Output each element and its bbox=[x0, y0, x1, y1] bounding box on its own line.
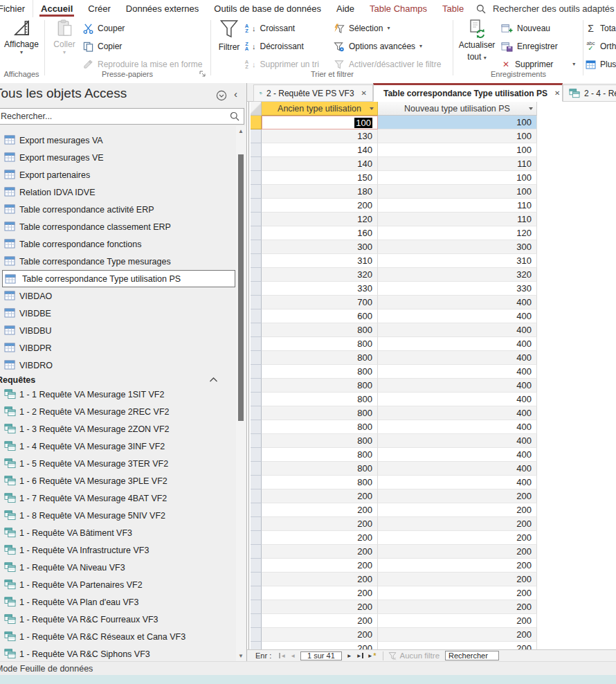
cell-ancien-type[interactable]: 200 bbox=[262, 614, 378, 628]
sidebar-item[interactable]: Table correspondance Type mesurages bbox=[0, 253, 237, 270]
cell-nouveau-type[interactable]: 400 bbox=[378, 393, 537, 406]
cell-nouveau-type[interactable]: 400 bbox=[378, 379, 537, 393]
cell-nouveau-type[interactable]: 200 bbox=[378, 489, 537, 503]
row-selector[interactable] bbox=[251, 545, 262, 559]
sidebar-item[interactable]: Table correspondance activité ERP bbox=[0, 201, 237, 218]
cell-nouveau-type[interactable]: 200 bbox=[378, 517, 537, 531]
cell-ancien-type[interactable]: 200 bbox=[262, 642, 378, 649]
table-row[interactable]: 140 100 bbox=[251, 143, 616, 157]
table-row[interactable]: 330 330 bbox=[251, 282, 616, 296]
row-selector[interactable] bbox=[251, 379, 262, 393]
sidebar-item[interactable]: VIBDRO bbox=[0, 357, 237, 374]
row-selector[interactable] bbox=[251, 171, 262, 185]
cell-nouveau-type[interactable]: 400 bbox=[378, 296, 537, 309]
sort-descending-button[interactable]: ZA↓ Décroissant bbox=[244, 39, 304, 54]
cell-ancien-type[interactable]: 800 bbox=[262, 351, 378, 365]
cell-nouveau-type[interactable]: 200 bbox=[378, 503, 537, 517]
cell-nouveau-type[interactable]: 400 bbox=[378, 434, 537, 448]
sidebar-scrollbar[interactable]: ▲ ▼ bbox=[236, 126, 246, 661]
row-selector[interactable] bbox=[251, 282, 262, 296]
row-selector[interactable] bbox=[251, 559, 262, 573]
ribbon-tab[interactable]: Table Champs bbox=[362, 0, 435, 17]
cell-ancien-type[interactable]: 200 bbox=[262, 489, 378, 503]
sidebar-item[interactable]: 1 - 8 Requête VA Mesurage 5NIV VF2 bbox=[0, 507, 237, 524]
row-selector[interactable] bbox=[251, 628, 262, 642]
table-row[interactable]: 300 300 bbox=[251, 240, 616, 254]
cell-ancien-type[interactable]: 200 bbox=[262, 545, 378, 559]
cell-nouveau-type[interactable]: 400 bbox=[378, 323, 537, 337]
row-selector[interactable] bbox=[251, 226, 262, 240]
sidebar-item[interactable]: Export mesurages VE bbox=[0, 149, 237, 166]
previous-record-button[interactable]: ◄ bbox=[290, 653, 296, 659]
cell-ancien-type[interactable]: 800 bbox=[262, 393, 378, 406]
sidebar-item[interactable]: 1 - Requête VA Niveau VF3 bbox=[0, 559, 237, 576]
ribbon-tab[interactable]: Table bbox=[435, 0, 471, 17]
column-header-nouveau-type[interactable]: Nouveau type utilisation PS bbox=[378, 102, 537, 116]
table-row[interactable]: 310 310 bbox=[251, 254, 616, 268]
sidebar-item[interactable]: 1 - 1 Requête VA Mesurage 1SIT VF2 bbox=[0, 386, 237, 403]
sidebar-item[interactable]: 1 - 4 Requête VA Mesurage 3INF VF2 bbox=[0, 438, 237, 455]
row-selector[interactable] bbox=[251, 489, 262, 503]
sidebar-item[interactable]: 1 - Requête VA R&C Fourreaux VF3 bbox=[0, 611, 237, 628]
cell-ancien-type[interactable]: 700 bbox=[262, 296, 378, 309]
sidebar-item[interactable]: 1 - 2 Requête VA Mesurage 2REC VF2 bbox=[0, 403, 237, 420]
tell-me-search[interactable]: Rechercher des outils adaptés bbox=[476, 0, 615, 17]
ribbon-tab[interactable]: Fichier bbox=[0, 0, 33, 17]
table-row[interactable]: 200 200 bbox=[251, 628, 616, 642]
scrollbar-thumb[interactable] bbox=[238, 154, 244, 421]
row-selector[interactable] bbox=[251, 199, 262, 213]
queries-group-header[interactable]: Requêtes bbox=[0, 373, 236, 387]
cell-nouveau-type[interactable]: 310 bbox=[378, 254, 537, 268]
cell-ancien-type[interactable]: 800 bbox=[262, 337, 378, 351]
row-selector[interactable] bbox=[251, 406, 262, 420]
cell-ancien-type[interactable]: 310 bbox=[262, 254, 378, 268]
cell-ancien-type[interactable]: 200 bbox=[262, 628, 378, 642]
dialog-launcher-icon[interactable] bbox=[199, 71, 206, 78]
filter-dropdown-icon[interactable] bbox=[370, 107, 374, 110]
row-selector[interactable] bbox=[251, 129, 262, 143]
row-selector[interactable] bbox=[251, 586, 262, 600]
table-row[interactable]: 130 100 bbox=[251, 129, 616, 143]
table-row[interactable]: 800 400 bbox=[251, 434, 616, 448]
sidebar-item[interactable]: Relation IDVA IDVE bbox=[0, 183, 237, 201]
column-header-ancien-type[interactable]: Ancien type utilisation bbox=[262, 102, 378, 116]
table-row[interactable]: 800 400 bbox=[251, 462, 616, 476]
cell-nouveau-type[interactable]: 400 bbox=[378, 365, 537, 379]
row-selector[interactable] bbox=[251, 116, 262, 129]
first-record-button[interactable]: ◄ bbox=[279, 653, 286, 659]
document-tab-table-active[interactable]: Table correspondance Type utilisation PS… bbox=[373, 83, 563, 102]
cell-ancien-type[interactable]: 120 bbox=[262, 213, 378, 226]
table-row[interactable]: 200 200 bbox=[251, 600, 616, 614]
table-row[interactable]: 200 200 bbox=[251, 586, 616, 600]
cell-ancien-type[interactable]: 150 bbox=[262, 171, 378, 185]
cell-ancien-type[interactable]: 200 bbox=[262, 517, 378, 531]
more-button[interactable]: Plus ▾ bbox=[586, 57, 616, 72]
nav-search-input[interactable] bbox=[0, 111, 230, 121]
scroll-up-icon[interactable]: ▲ bbox=[236, 128, 246, 134]
row-selector[interactable] bbox=[251, 393, 262, 406]
select-all-corner[interactable] bbox=[251, 102, 262, 116]
sidebar-item[interactable]: 1 - Requête VA Partenaires VF2 bbox=[0, 576, 237, 593]
table-row[interactable]: 800 400 bbox=[251, 420, 616, 434]
sidebar-item[interactable]: VIBDPR bbox=[0, 339, 237, 357]
cell-ancien-type[interactable]: 200 bbox=[262, 573, 378, 586]
row-selector[interactable] bbox=[251, 448, 262, 462]
sidebar-item[interactable]: 1 - Requête VA Infrastructure VF3 bbox=[0, 541, 237, 559]
row-selector[interactable] bbox=[251, 531, 262, 545]
cell-nouveau-type[interactable]: 400 bbox=[378, 448, 537, 462]
sidebar-item[interactable]: 1 - Requête VA R&C Siphons VF3 bbox=[0, 645, 237, 661]
cell-nouveau-type[interactable]: 400 bbox=[378, 351, 537, 365]
cell-nouveau-type[interactable]: 200 bbox=[378, 545, 537, 559]
cut-button[interactable]: Couper bbox=[83, 21, 125, 36]
row-selector[interactable] bbox=[251, 420, 262, 434]
chevron-up-icon[interactable] bbox=[209, 377, 218, 383]
document-tab-query[interactable]: 2 - Requête VE PS VF3 ✕ bbox=[253, 84, 373, 102]
paste-button[interactable]: Coller ▾ bbox=[48, 19, 80, 55]
table-row[interactable]: 700 400 bbox=[251, 296, 616, 309]
sidebar-item[interactable]: Export partenaires bbox=[0, 166, 237, 183]
new-record-button[interactable]: ►* bbox=[368, 652, 377, 660]
table-row[interactable]: 320 320 bbox=[251, 268, 616, 282]
sidebar-item[interactable]: Table correspondance fonctions bbox=[0, 235, 237, 253]
row-selector[interactable] bbox=[251, 476, 262, 489]
selection-filter-button[interactable]: Sélection▾ bbox=[334, 21, 390, 36]
